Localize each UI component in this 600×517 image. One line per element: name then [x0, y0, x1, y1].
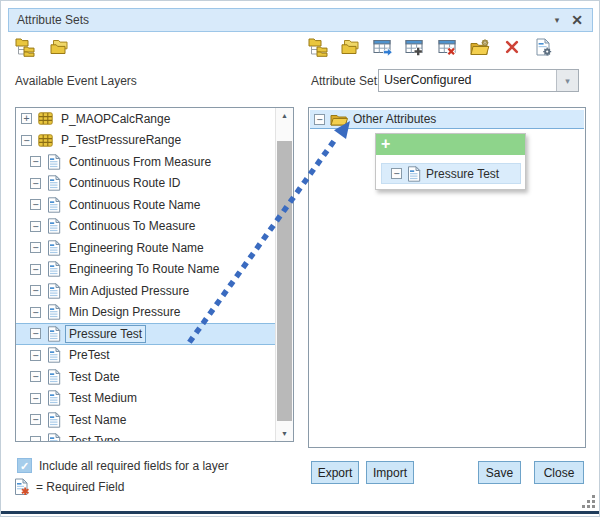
field-doc-icon: [47, 197, 61, 213]
vertical-scrollbar[interactable]: ▲ ▼: [275, 108, 293, 441]
field-doc-icon: [47, 326, 61, 342]
expand-toggle-icon[interactable]: −: [30, 328, 41, 339]
folder-tree-icon[interactable]: [308, 36, 330, 58]
expand-toggle-icon[interactable]: −: [30, 393, 41, 404]
expand-toggle-icon[interactable]: −: [30, 242, 41, 253]
toolbar-right: [308, 36, 555, 58]
tree-item[interactable]: − Engineering To Route Name: [16, 259, 276, 281]
table-plus-icon[interactable]: [404, 36, 426, 58]
attribute-set-dropdown[interactable]: UserConfigured ▾: [378, 69, 579, 92]
expand-toggle-icon[interactable]: −: [30, 156, 41, 167]
attribute-set-panel: − Other Attributes + − Pressure Test: [308, 107, 586, 448]
window-bottom-edge: [1, 511, 599, 514]
tree-item[interactable]: − P_TestPressureRange: [16, 130, 276, 152]
tree-item[interactable]: − Test Name: [16, 409, 276, 431]
include-required-fields-checkbox[interactable]: ✓: [17, 458, 32, 473]
close-button[interactable]: Close: [534, 461, 584, 484]
tree-item[interactable]: − Min Adjusted Pressure: [16, 280, 276, 302]
close-icon[interactable]: ✕: [571, 13, 583, 27]
toolbar-left: [15, 36, 71, 58]
field-doc-icon: [47, 347, 61, 363]
chevron-down-icon[interactable]: ▾: [556, 70, 578, 91]
drop-indicator: +: [376, 134, 525, 155]
expand-toggle-icon[interactable]: −: [30, 414, 41, 425]
attribute-set-label: Attribute Set:: [311, 74, 380, 88]
expand-toggle-icon[interactable]: −: [30, 436, 41, 442]
expand-toggle-icon[interactable]: −: [314, 114, 325, 125]
scrollbar-thumb[interactable]: [277, 141, 292, 421]
tree-item-selected[interactable]: − Pressure Test: [16, 323, 276, 345]
required-field-icon: [14, 478, 31, 496]
field-doc-icon: [47, 261, 61, 277]
resize-grip[interactable]: [582, 495, 596, 510]
scroll-up-icon[interactable]: ▲: [276, 108, 293, 123]
field-doc-icon: [47, 433, 61, 442]
tree-item-other-attributes[interactable]: − Other Attributes: [310, 110, 584, 129]
field-doc-icon: [47, 240, 61, 256]
tree-item[interactable]: − Test Medium: [16, 388, 276, 410]
expand-toggle-icon[interactable]: −: [30, 264, 41, 275]
expand-toggle-icon[interactable]: −: [30, 307, 41, 318]
tree-item[interactable]: − Test Date: [16, 366, 276, 388]
tree-item[interactable]: − Min Design Pressure: [16, 302, 276, 324]
scroll-down-icon[interactable]: ▼: [276, 426, 293, 441]
title-bar: Attribute Sets ▾ ✕: [8, 8, 593, 32]
expand-toggle-icon[interactable]: −: [30, 178, 41, 189]
expand-toggle-icon[interactable]: −: [30, 221, 41, 232]
table-arrow-icon[interactable]: [372, 36, 394, 58]
checkbox-label: Include all required fields for a layer: [39, 459, 228, 473]
open-folder-icon: [330, 113, 348, 126]
expand-toggle-icon[interactable]: −: [30, 285, 41, 296]
expand-toggle-icon: −: [391, 168, 402, 179]
dialog-title: Attribute Sets: [17, 13, 89, 27]
field-doc-icon: [47, 369, 61, 385]
collapse-button[interactable]: ▾: [555, 15, 560, 25]
tree-item[interactable]: − Continuous From Measure: [16, 151, 276, 173]
event-layer-icon: [38, 134, 53, 147]
field-doc-icon: [47, 175, 61, 191]
save-button[interactable]: Save: [478, 461, 521, 484]
event-layers-tree: + P_MAOPCalcRange − P_TestPressureRange …: [15, 107, 294, 442]
field-doc-icon: [47, 218, 61, 234]
import-button[interactable]: Import: [366, 461, 414, 484]
drag-ghost: + − Pressure Test: [375, 133, 526, 190]
folder-gear-icon[interactable]: [469, 36, 491, 58]
expand-toggle-icon[interactable]: +: [21, 113, 32, 124]
tree-item[interactable]: − Continuous Route Name: [16, 194, 276, 216]
required-field-legend: = Required Field: [14, 478, 124, 496]
expand-toggle-icon[interactable]: −: [30, 199, 41, 210]
field-doc-icon: [47, 412, 61, 428]
red-x-icon[interactable]: [501, 36, 523, 58]
drag-ghost-item: − Pressure Test: [381, 163, 521, 184]
expand-toggle-icon[interactable]: −: [21, 135, 32, 146]
document-gear-icon[interactable]: [533, 36, 555, 58]
dropdown-value: UserConfigured: [379, 70, 556, 91]
folder-tree-icon[interactable]: [15, 36, 37, 58]
expand-toggle-icon[interactable]: −: [30, 350, 41, 361]
field-doc-icon: [47, 283, 61, 299]
available-event-layers-heading: Available Event Layers: [15, 74, 137, 88]
tree-item[interactable]: − Continuous Route ID: [16, 173, 276, 195]
export-button[interactable]: Export: [311, 461, 359, 484]
event-layer-icon: [38, 112, 53, 125]
folders-icon[interactable]: [49, 36, 71, 58]
field-doc-icon: [47, 154, 61, 170]
attribute-sets-dialog: { "window": { "title": "Attribute Sets",…: [0, 0, 600, 517]
include-required-fields-row: ✓ Include all required fields for a laye…: [17, 458, 228, 473]
field-doc-icon: [407, 166, 421, 182]
tree-item[interactable]: − Engineering Route Name: [16, 237, 276, 259]
tree-item[interactable]: − PreTest: [16, 345, 276, 367]
tree-item[interactable]: + P_MAOPCalcRange: [16, 108, 276, 130]
field-doc-icon: [47, 304, 61, 320]
field-doc-icon: [47, 390, 61, 406]
folders-icon[interactable]: [340, 36, 362, 58]
table-x-icon[interactable]: [437, 36, 459, 58]
tree-item[interactable]: − Continuous To Measure: [16, 216, 276, 238]
expand-toggle-icon[interactable]: −: [30, 371, 41, 382]
tree-item[interactable]: − Test Type: [16, 431, 276, 443]
